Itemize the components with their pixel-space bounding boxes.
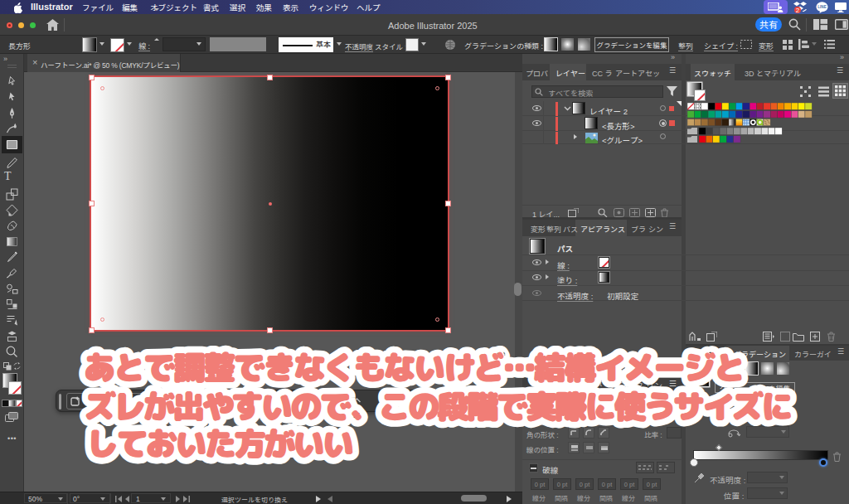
- svg-text:2: 2: [796, 7, 800, 13]
- svg-text:LINE: LINE: [817, 5, 826, 9]
